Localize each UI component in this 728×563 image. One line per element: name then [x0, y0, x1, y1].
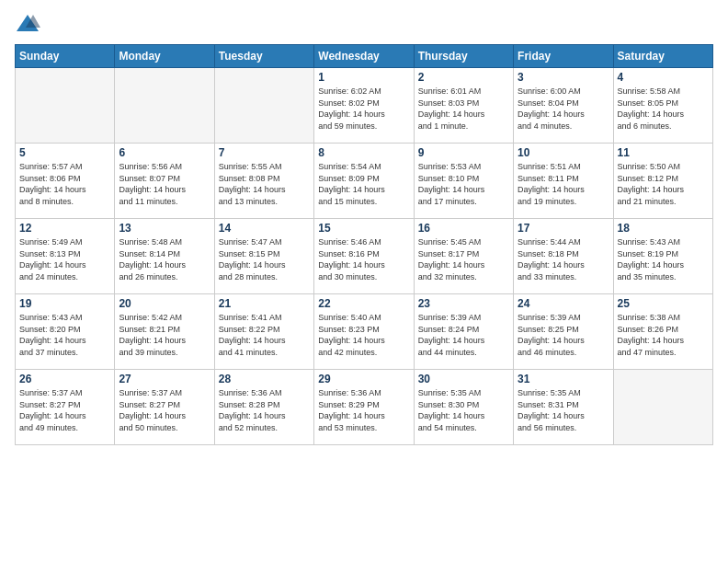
- day-number: 6: [119, 146, 210, 159]
- calendar-day-22: 22Sunrise: 5:40 AMSunset: 8:23 PMDayligh…: [314, 294, 414, 370]
- day-info: Sunrise: 5:47 AMSunset: 8:15 PMDaylight:…: [219, 236, 310, 282]
- day-number: 16: [418, 222, 509, 235]
- day-info: Sunrise: 5:41 AMSunset: 8:22 PMDaylight:…: [219, 312, 310, 358]
- day-info: Sunrise: 5:48 AMSunset: 8:14 PMDaylight:…: [119, 236, 210, 282]
- header: [15, 11, 713, 37]
- day-number: 14: [219, 222, 310, 235]
- calendar-day-30: 30Sunrise: 5:35 AMSunset: 8:30 PMDayligh…: [414, 370, 513, 445]
- day-info: Sunrise: 5:49 AMSunset: 8:13 PMDaylight:…: [19, 236, 110, 282]
- day-info: Sunrise: 5:43 AMSunset: 8:19 PMDaylight:…: [618, 236, 709, 282]
- day-number: 1: [318, 71, 409, 84]
- calendar-empty: [613, 370, 712, 445]
- day-info: Sunrise: 5:43 AMSunset: 8:20 PMDaylight:…: [19, 312, 110, 358]
- day-number: 22: [318, 297, 409, 310]
- day-number: 19: [19, 297, 110, 310]
- calendar-day-13: 13Sunrise: 5:48 AMSunset: 8:14 PMDayligh…: [115, 219, 214, 294]
- day-info: Sunrise: 5:46 AMSunset: 8:16 PMDaylight:…: [318, 236, 409, 282]
- day-number: 17: [518, 222, 609, 235]
- day-number: 3: [518, 71, 609, 84]
- logo-icon: [15, 11, 40, 37]
- calendar-header-sunday: Sunday: [16, 45, 115, 68]
- day-number: 12: [19, 222, 110, 235]
- day-info: Sunrise: 5:55 AMSunset: 8:08 PMDaylight:…: [219, 161, 310, 207]
- day-info: Sunrise: 5:53 AMSunset: 8:10 PMDaylight:…: [418, 161, 509, 207]
- calendar-header-tuesday: Tuesday: [214, 45, 313, 68]
- calendar-day-9: 9Sunrise: 5:53 AMSunset: 8:10 PMDaylight…: [414, 144, 513, 219]
- calendar-day-24: 24Sunrise: 5:39 AMSunset: 8:25 PMDayligh…: [514, 294, 613, 370]
- calendar-day-3: 3Sunrise: 6:00 AMSunset: 8:04 PMDaylight…: [514, 68, 613, 144]
- calendar-day-6: 6Sunrise: 5:56 AMSunset: 8:07 PMDaylight…: [115, 144, 214, 219]
- day-info: Sunrise: 5:36 AMSunset: 8:28 PMDaylight:…: [219, 387, 310, 433]
- calendar-empty: [214, 68, 313, 144]
- calendar-day-7: 7Sunrise: 5:55 AMSunset: 8:08 PMDaylight…: [214, 144, 313, 219]
- calendar-day-12: 12Sunrise: 5:49 AMSunset: 8:13 PMDayligh…: [16, 219, 115, 294]
- calendar-header-thursday: Thursday: [414, 45, 513, 68]
- calendar-day-27: 27Sunrise: 5:37 AMSunset: 8:27 PMDayligh…: [115, 370, 214, 445]
- calendar-day-19: 19Sunrise: 5:43 AMSunset: 8:20 PMDayligh…: [16, 294, 115, 370]
- calendar-empty: [115, 68, 214, 144]
- calendar-week-1: 5Sunrise: 5:57 AMSunset: 8:06 PMDaylight…: [16, 144, 713, 219]
- calendar-day-11: 11Sunrise: 5:50 AMSunset: 8:12 PMDayligh…: [613, 144, 712, 219]
- calendar-week-2: 12Sunrise: 5:49 AMSunset: 8:13 PMDayligh…: [16, 219, 713, 294]
- day-info: Sunrise: 5:40 AMSunset: 8:23 PMDaylight:…: [318, 312, 409, 358]
- day-info: Sunrise: 5:54 AMSunset: 8:09 PMDaylight:…: [318, 161, 409, 207]
- day-info: Sunrise: 5:44 AMSunset: 8:18 PMDaylight:…: [518, 236, 609, 282]
- day-number: 10: [518, 146, 609, 159]
- day-info: Sunrise: 6:01 AMSunset: 8:03 PMDaylight:…: [418, 86, 509, 132]
- day-number: 25: [618, 297, 709, 310]
- day-info: Sunrise: 5:57 AMSunset: 8:06 PMDaylight:…: [19, 161, 110, 207]
- calendar-day-17: 17Sunrise: 5:44 AMSunset: 8:18 PMDayligh…: [514, 219, 613, 294]
- calendar-table: SundayMondayTuesdayWednesdayThursdayFrid…: [15, 44, 713, 445]
- day-number: 31: [518, 373, 609, 385]
- day-number: 15: [318, 222, 409, 235]
- page: SundayMondayTuesdayWednesdayThursdayFrid…: [0, 0, 728, 453]
- day-info: Sunrise: 5:39 AMSunset: 8:25 PMDaylight:…: [518, 312, 609, 358]
- day-number: 26: [19, 373, 110, 385]
- calendar-day-5: 5Sunrise: 5:57 AMSunset: 8:06 PMDaylight…: [16, 144, 115, 219]
- day-number: 23: [418, 297, 509, 310]
- day-info: Sunrise: 5:56 AMSunset: 8:07 PMDaylight:…: [119, 161, 210, 207]
- day-info: Sunrise: 5:35 AMSunset: 8:30 PMDaylight:…: [418, 387, 509, 433]
- calendar-header-monday: Monday: [115, 45, 214, 68]
- calendar-day-26: 26Sunrise: 5:37 AMSunset: 8:27 PMDayligh…: [16, 370, 115, 445]
- calendar-day-2: 2Sunrise: 6:01 AMSunset: 8:03 PMDaylight…: [414, 68, 513, 144]
- day-info: Sunrise: 5:42 AMSunset: 8:21 PMDaylight:…: [119, 312, 210, 358]
- day-info: Sunrise: 5:50 AMSunset: 8:12 PMDaylight:…: [618, 161, 709, 207]
- day-number: 28: [219, 373, 310, 385]
- day-info: Sunrise: 5:45 AMSunset: 8:17 PMDaylight:…: [418, 236, 509, 282]
- calendar-week-0: 1Sunrise: 6:02 AMSunset: 8:02 PMDaylight…: [16, 68, 713, 144]
- calendar-day-20: 20Sunrise: 5:42 AMSunset: 8:21 PMDayligh…: [115, 294, 214, 370]
- calendar-day-28: 28Sunrise: 5:36 AMSunset: 8:28 PMDayligh…: [214, 370, 313, 445]
- day-number: 4: [618, 71, 709, 84]
- calendar-week-3: 19Sunrise: 5:43 AMSunset: 8:20 PMDayligh…: [16, 294, 713, 370]
- day-info: Sunrise: 5:37 AMSunset: 8:27 PMDaylight:…: [119, 387, 210, 433]
- day-number: 11: [618, 146, 709, 159]
- day-number: 24: [518, 297, 609, 310]
- day-number: 21: [219, 297, 310, 310]
- day-number: 29: [318, 373, 409, 385]
- day-info: Sunrise: 5:38 AMSunset: 8:26 PMDaylight:…: [618, 312, 709, 358]
- day-number: 13: [119, 222, 210, 235]
- calendar-header-row: SundayMondayTuesdayWednesdayThursdayFrid…: [16, 45, 713, 68]
- day-number: 2: [418, 71, 509, 84]
- day-number: 9: [418, 146, 509, 159]
- day-number: 30: [418, 373, 509, 385]
- calendar-header-wednesday: Wednesday: [314, 45, 414, 68]
- calendar-day-16: 16Sunrise: 5:45 AMSunset: 8:17 PMDayligh…: [414, 219, 513, 294]
- calendar-day-18: 18Sunrise: 5:43 AMSunset: 8:19 PMDayligh…: [613, 219, 712, 294]
- day-info: Sunrise: 5:58 AMSunset: 8:05 PMDaylight:…: [618, 86, 709, 132]
- day-info: Sunrise: 6:00 AMSunset: 8:04 PMDaylight:…: [518, 86, 609, 132]
- logo: [15, 11, 44, 37]
- day-info: Sunrise: 5:51 AMSunset: 8:11 PMDaylight:…: [518, 161, 609, 207]
- day-number: 8: [318, 146, 409, 159]
- calendar-header-saturday: Saturday: [613, 45, 712, 68]
- calendar-day-21: 21Sunrise: 5:41 AMSunset: 8:22 PMDayligh…: [214, 294, 313, 370]
- calendar-day-31: 31Sunrise: 5:35 AMSunset: 8:31 PMDayligh…: [514, 370, 613, 445]
- calendar-day-8: 8Sunrise: 5:54 AMSunset: 8:09 PMDaylight…: [314, 144, 414, 219]
- calendar-day-10: 10Sunrise: 5:51 AMSunset: 8:11 PMDayligh…: [514, 144, 613, 219]
- calendar-week-4: 26Sunrise: 5:37 AMSunset: 8:27 PMDayligh…: [16, 370, 713, 445]
- day-number: 20: [119, 297, 210, 310]
- calendar-day-4: 4Sunrise: 5:58 AMSunset: 8:05 PMDaylight…: [613, 68, 712, 144]
- calendar-day-1: 1Sunrise: 6:02 AMSunset: 8:02 PMDaylight…: [314, 68, 414, 144]
- day-info: Sunrise: 5:35 AMSunset: 8:31 PMDaylight:…: [518, 387, 609, 433]
